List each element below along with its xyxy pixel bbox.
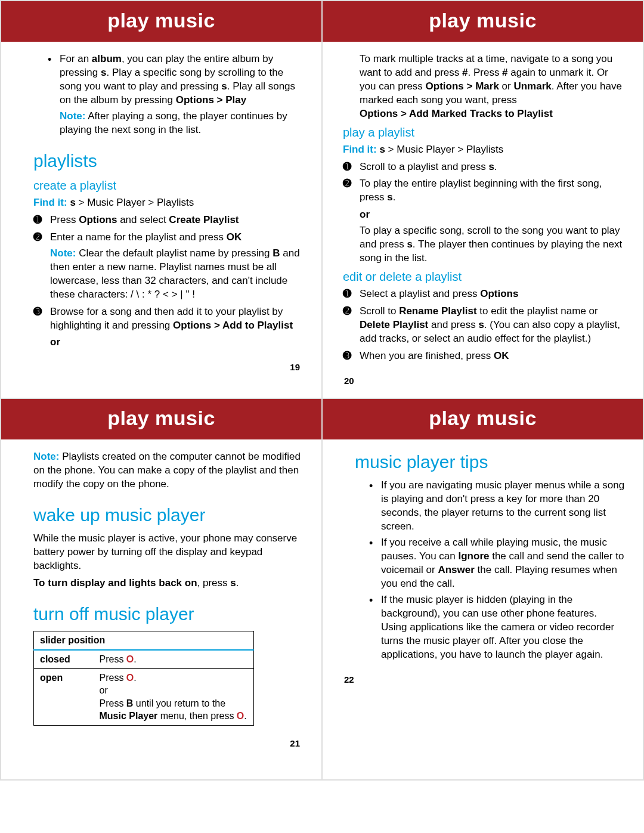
create-steps: ➊ Press Options and select Create Playli… xyxy=(33,213,304,333)
step-1: ➊ Press Options and select Create Playli… xyxy=(33,213,304,227)
or-label: or xyxy=(50,336,304,349)
s-key-icon: s xyxy=(488,161,494,172)
b-key-icon: B xyxy=(273,247,280,259)
create-playlist-heading: create a playlist xyxy=(33,178,304,194)
note-block: Note: Playlists created on the computer … xyxy=(33,450,304,491)
s-key-icon: s xyxy=(387,191,392,203)
tip-item: If you receive a call while playing musi… xyxy=(355,536,625,591)
album-bullets: For an album, you can play the entire al… xyxy=(33,52,304,137)
s-key-icon: s xyxy=(478,319,484,330)
find-it-line: Find it: s > Music Player > Playlists xyxy=(343,143,625,157)
slider-table: slider position closed Press O. open Pre… xyxy=(33,631,254,726)
page-20: play music To mark multiple tracks at a … xyxy=(322,1,643,398)
or-label: or xyxy=(360,208,625,222)
o-key-icon: O xyxy=(126,654,134,664)
table-row: closed Press O. xyxy=(34,650,254,668)
step-3: ➌ When you are finished, press OK xyxy=(343,349,625,363)
page-number: 21 xyxy=(1,738,321,750)
page-number: 20 xyxy=(323,375,643,387)
b-key-icon: B xyxy=(126,698,134,708)
s-key-icon: s xyxy=(379,144,385,155)
edit-steps: ➊ Select a playlist and press Options ➋ … xyxy=(343,287,625,363)
step-2: ➋ Scroll to Rename Playlist to edit the … xyxy=(343,305,625,346)
tip-item: If you are navigating music player menus… xyxy=(355,479,625,534)
table-header: slider position xyxy=(34,631,254,650)
play-steps: ➊ Scroll to a playlist and press s. ➋ To… xyxy=(343,160,625,266)
table-row: open Press O. or Press B until you retur… xyxy=(34,668,254,725)
page-22-content: music player tips If you are navigating … xyxy=(323,450,643,662)
page-21: play music Note: Playlists created on th… xyxy=(1,398,322,780)
edit-delete-heading: edit or delete a playlist xyxy=(343,269,625,285)
banner: play music xyxy=(1,399,321,439)
play-playlist-heading: play a playlist xyxy=(343,125,625,141)
o-key-icon: O xyxy=(126,673,134,683)
wake-instruction: To turn display and lights back on, pres… xyxy=(33,577,304,590)
banner: play music xyxy=(323,399,643,439)
page-20-content: To mark multiple tracks at a time, navig… xyxy=(323,52,643,363)
hash-key-icon: # xyxy=(502,67,507,78)
find-it-line: Find it: s > Music Player > Playlists xyxy=(33,196,304,210)
s-key-icon: s xyxy=(221,80,227,92)
mark-tracks-para: To mark multiple tracks at a time, navig… xyxy=(343,52,625,121)
banner: play music xyxy=(1,1,321,42)
page-21-content: Note: Playlists created on the computer … xyxy=(1,450,321,726)
tips-list: If you are navigating music player menus… xyxy=(355,479,625,661)
playlists-heading: playlists xyxy=(33,149,304,174)
step-1: ➊ Select a playlist and press Options xyxy=(343,287,625,301)
page-number: 22 xyxy=(323,674,643,686)
page-number: 19 xyxy=(1,361,321,373)
banner: play music xyxy=(323,1,643,42)
s-key-icon: s xyxy=(70,197,75,208)
step-2: ➋ To play the entire playlist beginning … xyxy=(343,177,625,265)
s-key-icon: s xyxy=(407,239,412,250)
page-grid: play music For an album, you can play th… xyxy=(0,0,644,781)
tip-item: If the music player is hidden (playing i… xyxy=(355,593,625,662)
page-19: play music For an album, you can play th… xyxy=(1,1,322,398)
note-block: Note: Clear the default playlist name by… xyxy=(50,247,304,302)
album-bullet: For an album, you can play the entire al… xyxy=(33,52,304,137)
page-19-content: For an album, you can play the entire al… xyxy=(1,52,321,350)
wake-para: While the music player is active, your p… xyxy=(33,532,304,573)
step-2: ➋ Enter a name for the playlist and pres… xyxy=(33,231,304,302)
page-22: play music music player tips If you are … xyxy=(322,398,643,780)
step-1: ➊ Scroll to a playlist and press s. xyxy=(343,160,625,174)
step-3: ➌ Browse for a song and then add it to y… xyxy=(33,305,304,333)
note-block: Note: After playing a song, the player c… xyxy=(60,110,304,137)
o-key-icon: O xyxy=(237,711,244,721)
wake-heading: wake up music player xyxy=(33,503,304,528)
turnoff-heading: turn off music player xyxy=(33,602,304,627)
tips-heading: music player tips xyxy=(355,450,625,475)
s-key-icon: s xyxy=(230,577,236,589)
